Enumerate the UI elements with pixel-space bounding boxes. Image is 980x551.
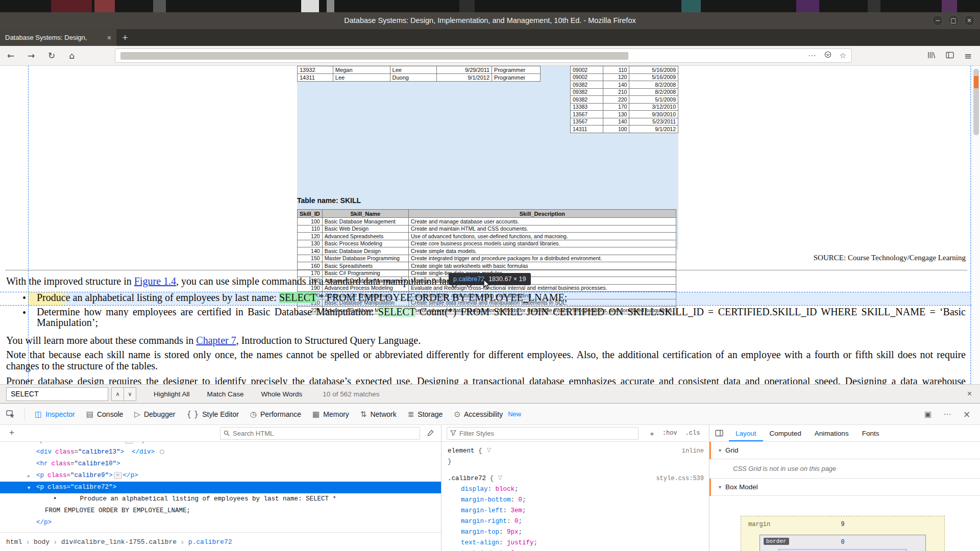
rule-element[interactable]: element {inline <box>448 446 709 457</box>
new-tab-button[interactable]: + <box>116 29 134 46</box>
markup-node-clipped[interactable]: <pclass="calibre7...">⋯</p> <box>0 442 441 446</box>
add-node-icon[interactable]: + <box>9 428 14 438</box>
reload-button[interactable]: ↻ <box>45 51 58 61</box>
rule-calibre72[interactable]: .calibre72 {style.css:539 <box>448 473 709 484</box>
url-bar[interactable]: ⋯ ☆ <box>115 48 852 63</box>
tab-inspector[interactable]: ◫Inspector <box>29 404 81 424</box>
margin-top-value[interactable]: 9 <box>741 521 944 528</box>
find-close-icon[interactable]: × <box>967 389 972 398</box>
node-badge-icon[interactable] <box>160 449 164 454</box>
table-row: 133831703/12/2010 <box>571 103 678 111</box>
tab-accessibility[interactable]: ⊙AccessibilityNew <box>448 404 527 424</box>
minimize-button[interactable]: − <box>932 15 943 26</box>
figure-link[interactable]: Figure 1.4 <box>134 276 176 287</box>
filter-rule-icon[interactable] <box>486 447 492 455</box>
breadcrumb-item-p[interactable]: p.calibre72 <box>188 538 232 546</box>
markup-text-node[interactable]: • Produce an alphabetical listing of emp… <box>0 493 441 505</box>
markup-text-node[interactable]: FROM EMPLOYEE ORDER BY EMPLOYEE_LNAME; <box>0 505 441 517</box>
chevron-right-icon: › <box>181 538 184 546</box>
library-icon[interactable] <box>927 51 936 61</box>
rules-toolbar: + :hov .cls <box>442 425 709 442</box>
markup-node-p72-selected[interactable]: ▾<pclass="calibre72"> <box>0 482 441 493</box>
markup-node-div[interactable]: <divclass="calibre13"> </div> <box>0 446 441 458</box>
tab-computed[interactable]: Computed <box>763 425 808 441</box>
css-property[interactable]: display: block; <box>448 484 709 495</box>
tab-close-icon[interactable]: × <box>107 34 111 42</box>
highlight-all-button[interactable]: Highlight All <box>154 390 190 398</box>
source-credit: SOURCE: Course Technology/Cengage Learni… <box>6 254 966 262</box>
devtools-toolbar: ◫Inspector ▤Console ▷Debugger { }Style E… <box>0 403 980 425</box>
responsive-mode-icon[interactable]: ▣ <box>920 410 936 419</box>
box-model-margin: margin 9 border 0 padding 0 <box>741 516 945 551</box>
css-property[interactable]: margin-bottom: 0; <box>448 495 709 506</box>
window-controls: − □ × <box>932 15 975 26</box>
markup-node-p9[interactable]: ▸<pclass="calibre9">⋯</p> <box>0 470 441 482</box>
eyedropper-icon[interactable] <box>427 430 434 439</box>
breadcrumb-item-div[interactable]: div#calibre_link-1755.calibre <box>61 538 177 546</box>
tab-network[interactable]: ⇅Network <box>355 404 402 424</box>
tab-performance[interactable]: ◷Performance <box>244 404 307 424</box>
match-case-button[interactable]: Match Case <box>207 390 244 398</box>
css-property[interactable]: margin-top: 9px; <box>448 527 709 538</box>
find-previous-button[interactable]: ∧ <box>111 387 124 401</box>
search-html-box[interactable] <box>220 427 420 440</box>
border-top-value[interactable]: 0 <box>760 539 925 546</box>
class-toggle[interactable]: .cls <box>685 430 700 437</box>
home-button[interactable]: ⌂ <box>65 51 79 61</box>
css-property[interactable]: margin-right: 0; <box>448 516 709 527</box>
collapse-icon[interactable]: ▾ <box>28 482 30 493</box>
close-button[interactable]: × <box>964 15 975 26</box>
collapsed-content-icon[interactable]: ⋯ <box>114 472 122 479</box>
search-html-input[interactable] <box>233 430 416 437</box>
page-scrollbar[interactable] <box>971 66 980 384</box>
stylesheet-link[interactable]: style.css:539 <box>656 473 704 484</box>
grid-section-header[interactable]: ▾Grid <box>709 442 980 459</box>
tab-layout[interactable]: Layout <box>729 425 763 441</box>
table-row: 135671309/30/2010 <box>571 111 678 118</box>
filter-rule-icon[interactable] <box>498 475 503 482</box>
css-property[interactable]: text-indent: 0; <box>448 548 709 551</box>
tab-memory[interactable]: ▦Memory <box>307 404 355 424</box>
three-pane-toggle-icon[interactable] <box>709 430 729 437</box>
devtools-options-icon[interactable]: ⋯ <box>939 410 955 419</box>
tab-title: Database Systems: Design, <box>5 34 104 41</box>
table-row: 160Basic SpreadsheetsCreate single tab w… <box>298 262 676 270</box>
table-row: 120Advanced SpreadsheetsUse of advanced … <box>298 233 676 240</box>
tab-fonts[interactable]: Fonts <box>855 425 886 441</box>
whole-words-button[interactable]: Whole Words <box>261 390 303 398</box>
pick-element-button[interactable] <box>0 410 20 418</box>
pseudo-class-toggle[interactable]: :hov <box>663 430 677 437</box>
browser-tab[interactable]: Database Systems: Design, × <box>0 29 116 46</box>
page-actions-icon[interactable]: ⋯ <box>808 51 816 60</box>
add-rule-icon[interactable]: + <box>650 429 654 438</box>
tab-storage[interactable]: ≣Storage <box>402 404 449 424</box>
forward-button[interactable]: → <box>24 51 38 61</box>
pocket-icon[interactable] <box>824 51 831 60</box>
markup-node-hr[interactable]: <hrclass="calibre10"> <box>0 458 441 470</box>
chapter-link[interactable]: Chapter 7 <box>196 335 236 346</box>
css-property[interactable]: text-align: justify; <box>448 538 709 548</box>
find-status: 10 of 562 matches <box>323 390 379 398</box>
tab-console[interactable]: ▤Console <box>81 404 129 424</box>
sidebar-tabs: Layout Computed Animations Fonts <box>709 425 980 442</box>
find-input[interactable] <box>6 387 108 401</box>
back-button[interactable]: ← <box>4 51 17 61</box>
maximize-button[interactable]: □ <box>948 15 959 26</box>
tab-style-editor[interactable]: { }Style Editor <box>181 404 244 424</box>
expand-icon[interactable]: ▸ <box>28 470 30 482</box>
boxmodel-section-header[interactable]: ▾Box Model <box>709 479 980 496</box>
collapsed-content-icon[interactable]: ⋯ <box>125 442 133 444</box>
breadcrumb-item-html[interactable]: html <box>6 538 22 546</box>
tab-debugger[interactable]: ▷Debugger <box>129 404 181 424</box>
filter-styles-box[interactable] <box>447 427 639 440</box>
sidebar-icon[interactable] <box>946 51 954 61</box>
tab-animations[interactable]: Animations <box>808 425 855 441</box>
breadcrumb-item-body[interactable]: body <box>34 538 50 546</box>
menu-icon[interactable]: ≡ <box>964 51 972 61</box>
find-next-button[interactable]: ∨ <box>124 387 136 401</box>
markup-node-close-p[interactable]: </p> <box>0 517 441 529</box>
devtools-close-icon[interactable]: × <box>959 409 975 419</box>
filter-styles-input[interactable] <box>459 430 635 437</box>
bookmark-star-icon[interactable]: ☆ <box>840 51 846 60</box>
css-property[interactable]: margin-left: 3em; <box>448 506 709 516</box>
